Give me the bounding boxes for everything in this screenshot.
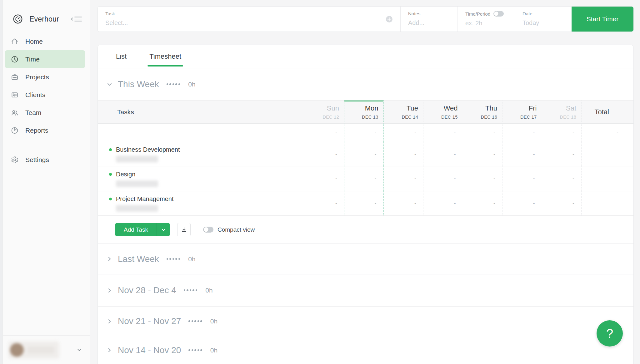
sidebar-item-label: Time [25,56,40,63]
id-card-icon [11,91,19,99]
task-field[interactable]: Task Select... [98,7,400,32]
section-menu-icon[interactable] [167,258,180,260]
column-header-wed: WedDEC 15 [423,100,463,124]
time-cell-sun[interactable]: - [305,124,344,142]
this-week-section-header[interactable]: This Week 0h [98,68,633,100]
time-cell-wed[interactable]: - [423,191,463,215]
time-cell-sat[interactable]: - [542,124,582,142]
chevron-right-icon[interactable] [107,288,112,293]
chevron-right-icon[interactable] [107,318,112,324]
time-cell-fri[interactable]: - [502,142,542,166]
date-field[interactable]: Date Today [515,7,572,32]
sidebar-item-time[interactable]: Time [5,50,85,68]
time-cell-mon[interactable]: - [344,142,384,166]
date-field-label: Date [522,11,572,16]
time-cell-sat[interactable]: - [542,142,582,166]
section-menu-icon[interactable] [188,349,202,351]
section-header[interactable]: Nov 14 - Nov 20 0h [98,336,633,364]
tab-list[interactable]: List [116,45,127,68]
sidebar-spacer [3,170,90,335]
sidebar-collapse-icon[interactable] [70,15,83,23]
add-task-dropdown-button[interactable] [157,223,170,236]
time-cell-tue[interactable]: - [384,166,423,191]
time-cell-thu[interactable]: - [463,142,502,166]
project-name-redacted [116,205,158,212]
timesheet-table: Tasks SunDEC 12 MonDEC 13 TueDEC 14 WedD… [98,100,633,215]
section-header[interactable]: Nov 21 - Nov 27 0h [98,307,633,336]
user-account-row[interactable] [3,335,90,364]
section-total: 0h [205,287,212,294]
section-header[interactable]: Last Week 0h [98,244,633,274]
time-cell-fri[interactable]: - [502,124,542,142]
time-cell-tue[interactable]: - [384,124,423,142]
week-section-nov21-nov27: Nov 21 - Nov 27 0h [98,306,633,336]
timesheet-panel: List Timesheet This Week 0h Tasks SunDEC… [98,45,634,364]
timesheet-row-empty[interactable] [98,124,305,142]
time-cell-thu[interactable]: - [463,166,502,191]
time-cell-wed[interactable]: - [423,124,463,142]
time-cell-thu[interactable]: - [463,124,502,142]
section-menu-icon[interactable] [188,320,202,322]
chevron-right-icon[interactable] [107,347,112,353]
time-cell-sun[interactable]: - [305,142,344,166]
sidebar-item-clients[interactable]: Clients [3,86,90,104]
sidebar-item-projects[interactable]: Projects [3,68,90,86]
add-plus-icon[interactable] [386,16,393,23]
time-cell-thu[interactable]: - [463,191,502,215]
tab-timesheet[interactable]: Timesheet [149,45,181,68]
row-total-cell: - [581,124,633,142]
time-cell-fri[interactable]: - [502,166,542,191]
sidebar-item-label: Clients [25,91,45,99]
section-title: This Week [118,79,159,89]
help-button[interactable]: ? [597,320,623,347]
time-cell-mon[interactable]: - [344,124,384,142]
time-cell-tue[interactable]: - [384,142,423,166]
sidebar-item-reports[interactable]: Reports [3,121,90,139]
timesheet-row-design[interactable]: Design [98,166,305,191]
time-cell-fri[interactable]: - [502,191,542,215]
time-period-toggle[interactable] [493,11,504,17]
time-cell-tue[interactable]: - [384,191,423,215]
pie-chart-icon [11,126,19,135]
settings-section: Settings [3,142,90,170]
timesheet-row-project-management[interactable]: Project Management [98,191,305,215]
sidebar-item-label: Settings [25,156,49,164]
time-cell-sat[interactable]: - [542,166,582,191]
notes-field-label: Notes [408,11,458,16]
sidebar-item-label: Projects [25,73,49,81]
compact-view-toggle[interactable] [203,227,213,233]
sidebar-item-team[interactable]: Team [3,104,90,121]
time-period-label: Time/Period [465,11,490,17]
chevron-right-icon[interactable] [107,256,112,262]
section-menu-icon[interactable] [184,289,198,291]
chevron-down-icon[interactable] [107,81,112,87]
sidebar-item-settings[interactable]: Settings [3,151,90,169]
clock-icon [11,55,19,63]
time-period-field[interactable]: Time/Period ex. 2h [458,7,515,32]
add-task-button[interactable]: Add Task [115,223,157,236]
time-cell-mon[interactable]: - [344,166,384,191]
download-icon [181,226,188,233]
user-identity-redacted [8,341,59,359]
time-cell-sat[interactable]: - [542,191,582,215]
compact-view-label: Compact view [218,226,255,233]
time-cell-sun[interactable]: - [305,166,344,191]
task-name: Project Management [116,195,174,203]
section-menu-icon[interactable] [167,83,180,85]
date-field-placeholder: Today [522,19,572,27]
timesheet-row-business-development[interactable]: Business Development [98,142,305,166]
time-cell-sun[interactable]: - [305,191,344,215]
view-tabs: List Timesheet [98,45,633,68]
time-cell-wed[interactable]: - [423,142,463,166]
notes-field[interactable]: Notes Add... [400,7,458,32]
start-timer-button[interactable]: Start Timer [572,7,633,32]
row-total-cell [581,166,633,191]
time-cell-mon[interactable]: - [344,191,384,215]
task-name: Design [116,171,135,178]
section-title: Nov 21 - Nov 27 [118,316,181,326]
sidebar-item-home[interactable]: Home [3,32,90,50]
export-download-button[interactable] [177,223,191,236]
section-header[interactable]: Nov 28 - Dec 4 0h [98,274,633,306]
time-cell-wed[interactable]: - [423,166,463,191]
chevron-down-icon[interactable] [77,347,82,353]
